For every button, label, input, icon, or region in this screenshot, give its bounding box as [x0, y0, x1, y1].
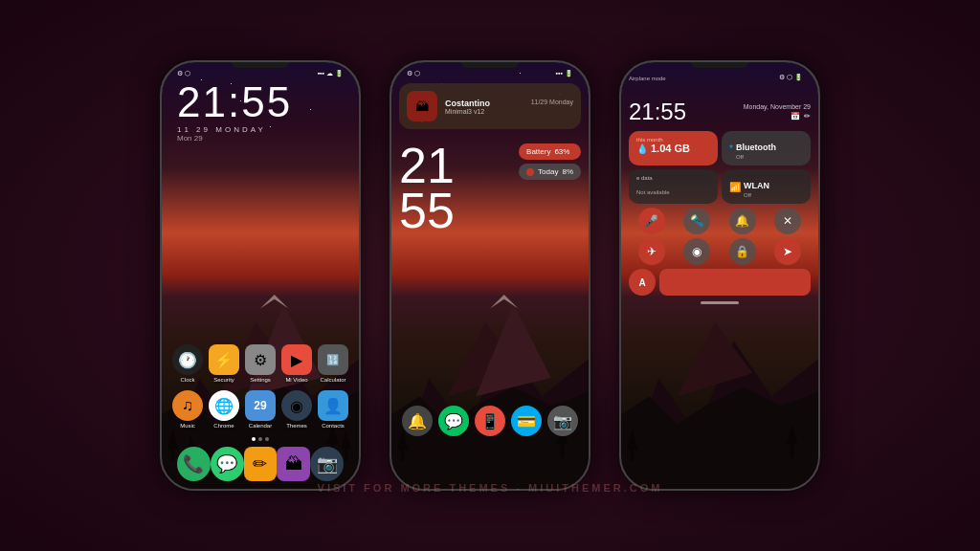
status-bar-2: ⚙ ⬡ ▪▪▪ 🔋 — [391, 70, 589, 77]
cc-btn-lock[interactable]: 🔒 — [729, 238, 756, 265]
svg-marker-3 — [256, 295, 293, 313]
cc-btn-torch[interactable]: 🔦 — [683, 208, 710, 234]
cc-grid: this month 💧 1.04 GB * Bluetooth Off — [629, 131, 811, 204]
cc-wlan-label: WLAN — [744, 181, 769, 190]
dock-messages[interactable]: 💬 — [211, 447, 244, 481]
dock-phone[interactable]: 📞 — [177, 447, 211, 481]
cc-btn-close[interactable]: ✕ — [774, 208, 801, 234]
phone1-time: 21:55 11 29 MONDAY Mon 29 — [177, 81, 292, 143]
today-dot — [526, 168, 534, 176]
cc-avatar[interactable]: A — [629, 269, 656, 296]
today-value: 8% — [562, 167, 573, 176]
app-row-1: 🕐 Clock ⚡ Security ⚙ Settings ▶ Mi Video… — [169, 344, 351, 383]
phone-1-screen: ⚙ ⬡ ▪▪▪ ☁ 🔋 21:55 11 29 MONDAY Mon 29 🕐 … — [162, 62, 359, 489]
cc-time: 21:55 — [629, 99, 686, 125]
cc-mdata-label: e data — [636, 175, 710, 181]
app-settings[interactable]: ⚙ Settings — [245, 344, 276, 383]
phone-2: ⚙ ⬡ ▪▪▪ 🔋 🏔 Costantino 11/29 Monday Mini… — [390, 60, 590, 491]
dock-1: 📞 💬 ✏ 🏔 📷 — [162, 447, 359, 481]
cc-data-value: 1.04 GB — [651, 143, 690, 154]
phone-2-screen: ⚙ ⬡ ▪▪▪ 🔋 🏔 Costantino 11/29 Monday Mini… — [391, 62, 589, 489]
dock-notes[interactable]: ✏ — [244, 447, 278, 481]
cc-tile-data[interactable]: this month 💧 1.04 GB — [629, 131, 718, 165]
notification-app: Minimal3 v12 — [445, 108, 573, 115]
phone-3-screen: Airplane mode ⚙ ⬡ 🔋 21:55 Monday, Novemb… — [621, 62, 818, 489]
app-mivideo[interactable]: ▶ Mi Video — [281, 344, 312, 383]
cc-tile-bluetooth[interactable]: * Bluetooth Off — [722, 131, 811, 165]
cc-mdata-status: Not available — [636, 189, 670, 195]
cc-icons-row1: 🎤 🔦 🔔 ✕ — [629, 208, 811, 234]
page-dots-1 — [252, 437, 269, 441]
app-grid-1: 🕐 Clock ⚡ Security ⚙ Settings ▶ Mi Video… — [162, 344, 359, 436]
phone-1: ⚙ ⬡ ▪▪▪ ☁ 🔋 21:55 11 29 MONDAY Mon 29 🕐 … — [160, 60, 361, 491]
cc-btn-mic[interactable]: 🎤 — [638, 208, 665, 234]
home-indicator[interactable] — [701, 301, 739, 304]
phone-3: Airplane mode ⚙ ⬡ 🔋 21:55 Monday, Novemb… — [619, 60, 820, 491]
widget-app-wechat[interactable]: 💬 — [438, 406, 469, 436]
svg-marker-16 — [485, 295, 523, 313]
cc-media-bar[interactable] — [659, 269, 811, 296]
cc-bottom-bar: A — [629, 269, 811, 296]
app-music[interactable]: ♫ Music — [172, 390, 203, 429]
dock-gallery[interactable]: 🏔 — [277, 447, 310, 481]
phone1-clock: 21:55 — [177, 81, 292, 123]
widget-app-bell[interactable]: 🔔 — [402, 406, 433, 436]
cc-btn-circle[interactable]: ◉ — [683, 238, 710, 265]
app-row-widget: 🔔 💬 📱 💳 📷 — [399, 406, 581, 436]
cc-wlan-status: Off — [744, 192, 769, 198]
app-row-2: ♫ Music 🌐 Chrome 29 Calendar ◉ Themes 👤 — [169, 390, 351, 429]
app-calculator[interactable]: 🔢 Calculator — [318, 344, 348, 383]
cc-time-row: 21:55 Monday, November 29 📅 ✏ — [629, 99, 811, 125]
status-bar-3: ⚙ ⬡ 🔋 — [621, 74, 818, 81]
time-minutes: 55 — [399, 188, 455, 233]
today-label: Today — [538, 167, 558, 176]
app-themes[interactable]: ◉ Themes — [281, 390, 312, 429]
mountains-2 — [391, 211, 589, 489]
phone1-date: 11 29 MONDAY — [177, 125, 292, 134]
app-clock[interactable]: 🕐 Clock — [172, 344, 203, 383]
app-security[interactable]: ⚡ Security — [209, 344, 239, 383]
cc-btn-airplane[interactable]: ✈ — [638, 238, 665, 265]
cc-tile-wlan[interactable]: 📶 WLAN Off — [722, 169, 811, 204]
control-center: 21:55 Monday, November 29 📅 ✏ this month… — [621, 81, 818, 304]
battery-label: Battery — [526, 147, 550, 156]
cc-bluetooth-label: Bluetooth — [736, 143, 776, 152]
cc-btn-nav[interactable]: ➤ — [774, 238, 801, 265]
widget-app-weibo[interactable]: 📱 — [475, 406, 505, 436]
today-widget: Today 8% — [519, 164, 581, 180]
time-widget: 21 55 — [399, 143, 455, 233]
app-calendar[interactable]: 29 Calendar — [245, 390, 276, 429]
cc-btn-bell[interactable]: 🔔 — [729, 208, 756, 234]
status-time-1: ⚙ ⬡ — [177, 70, 190, 77]
notification-info: Costantino 11/29 Monday Minimal3 v12 — [445, 99, 573, 115]
notification-date: 11/29 Monday — [531, 99, 573, 108]
app-chrome[interactable]: 🌐 Chrome — [209, 390, 239, 429]
dot-3 — [265, 437, 269, 441]
cc-date: Monday, November 29 — [744, 103, 811, 110]
time-hours: 21 — [399, 143, 455, 188]
stat-widgets: Battery 63% Today 8% — [519, 143, 581, 180]
cc-tile-mobiledata[interactable]: e data Not available — [629, 169, 718, 204]
cc-bluetooth-status: Off — [736, 154, 776, 160]
notification-avatar: 🏔 — [407, 91, 437, 121]
notification-name: Costantino — [445, 99, 490, 108]
widget-app-camera[interactable]: 📷 — [547, 406, 578, 436]
watermark: VISIT FOR MORE THEMES - MIUITHEMER.COM — [318, 482, 663, 494]
dock-camera[interactable]: 📷 — [310, 447, 344, 481]
battery-value: 63% — [554, 147, 569, 156]
dot-1 — [252, 437, 256, 441]
widget-app-alipay[interactable]: 💳 — [511, 406, 542, 436]
cc-icons-row2: ✈ ◉ 🔒 ➤ — [629, 238, 811, 265]
notification-card[interactable]: 🏔 Costantino 11/29 Monday Minimal3 v12 — [399, 83, 581, 129]
status-bar-1: ⚙ ⬡ ▪▪▪ ☁ 🔋 — [162, 70, 359, 77]
battery-widget: Battery 63% — [519, 143, 581, 160]
phone1-monday: Mon 29 — [177, 134, 292, 143]
status-icons-1: ▪▪▪ ☁ 🔋 — [318, 70, 344, 77]
dot-2 — [258, 437, 262, 441]
app-contacts[interactable]: 👤 Contacts — [318, 390, 348, 429]
